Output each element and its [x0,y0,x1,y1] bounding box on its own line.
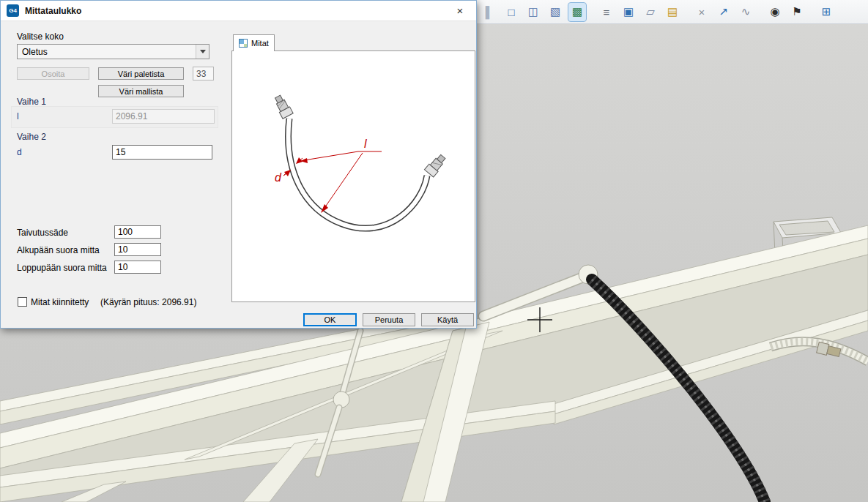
vari-mallista-button[interactable]: Väri mallista [98,85,184,97]
end-straight-label: Loppupään suora mitta [17,263,107,273]
measurement-dialog: G4 Mittataulukko × Valitse koko Oletus O… [0,0,477,329]
application-window: ▌□◫▧▩≡▣▱▤×↗∿◉⚑⊞ G4 Mittataulukko × Valit… [0,0,868,502]
dimension-length-label: l [364,138,367,150]
ok-button[interactable]: OK [303,313,357,326]
preview-hose-curve [289,119,427,228]
layers-stack-icon[interactable]: ▤ [664,3,681,21]
palette-number-input[interactable] [193,67,214,80]
delete-cross-icon[interactable]: × [693,3,711,21]
hose-preview-drawing: l d [232,51,475,301]
top-toolbar: ▌□◫▧▩≡▣▱▤×↗∿◉⚑⊞ [477,0,868,24]
osoita-button[interactable]: Osoita [17,67,89,80]
apply-button[interactable]: Käytä [421,313,474,326]
length-field-label: l [17,111,19,121]
phase1-label: Vaihe 1 [17,97,46,107]
select-size-label: Valitse koko [17,31,64,42]
coordinate-axes-icon[interactable]: ↗ [715,3,732,21]
diameter-field-label: d [17,147,22,157]
dialog-title: Mittataulukko [25,6,81,16]
mitat-tab-label: Mitat [251,39,269,48]
diameter-input[interactable] [112,145,212,160]
visibility-eye-icon[interactable]: ◉ [766,3,784,21]
vari-paletista-button[interactable]: Väri paletista [98,67,184,80]
drawing-sheet-icon[interactable]: ▱ [642,3,659,21]
close-icon[interactable]: × [450,3,470,19]
parts-list-icon[interactable]: ≡ [598,3,615,21]
preview-right-fitting [424,153,448,177]
hide-objects-icon[interactable]: ⚑ [788,3,806,21]
curve-length-note: (Käyrän pituus: 2096.91) [100,297,196,307]
report-document-icon[interactable]: ▣ [620,3,637,21]
mitat-kiinnitetty-checkbox[interactable] [18,297,27,307]
dialog-titlebar[interactable]: G4 Mittataulukko × [1,1,476,21]
size-select[interactable]: Oletus [17,44,209,59]
rendered-cube-icon[interactable]: ▩ [568,3,586,21]
cancel-button[interactable]: Peruuta [363,313,415,326]
open-view-window-icon[interactable]: ⊞ [817,3,835,21]
bend-radius-label: Taivutussäde [17,228,68,238]
bend-radius-input[interactable] [114,225,161,239]
start-straight-input[interactable] [114,243,161,256]
phase2-label: Vaihe 2 [17,132,46,142]
preview-left-fitting [272,94,293,119]
shaded-cube-icon[interactable]: ▧ [546,3,564,21]
hose-preview-panel: l d [231,50,475,302]
wireframe-cube-icon[interactable]: □ [502,3,520,21]
mitat-kiinnitetty-label: Mitat kiinnitetty [31,297,89,307]
dimension-diameter-label: d [275,171,282,184]
start-straight-label: Alkupään suora mitta [17,245,100,255]
tab-mitat[interactable]: Mitat [233,34,275,51]
hidden-line-cube-icon[interactable]: ◫ [524,3,542,21]
chevron-down-icon [196,45,209,59]
clipped-panel-icon[interactable]: ▌ [481,3,498,21]
length-input[interactable] [112,109,215,124]
mitat-tab-icon [239,39,248,48]
attach-clip-icon[interactable]: ∿ [737,3,754,21]
app-g4-icon: G4 [7,4,19,17]
end-straight-input[interactable] [114,261,161,274]
size-select-value: Oletus [22,47,48,57]
